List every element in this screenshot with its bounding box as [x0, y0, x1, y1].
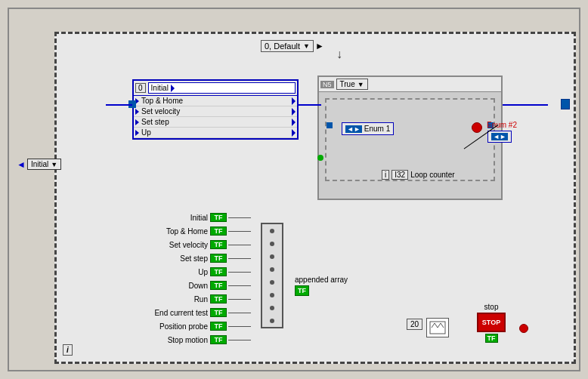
cluster-dot: [270, 254, 274, 259]
case-item-label: Top & Home: [141, 97, 292, 105]
loop-num-label: I32: [391, 170, 408, 180]
bool-label-up: Up: [132, 268, 208, 276]
bool-tf-position-probe[interactable]: TF: [210, 322, 227, 331]
case-arrow-icon: [135, 130, 139, 136]
right-connector: [561, 99, 570, 109]
bool-tf-up[interactable]: TF: [210, 267, 227, 276]
left-initial-connector[interactable]: ◄ Initial ▼: [17, 159, 61, 170]
case-item-set-velocity[interactable]: Set velocity: [134, 106, 297, 117]
case-arrow-icon: [135, 119, 139, 125]
bool-row-top-home: Top & Home TF: [132, 225, 251, 237]
bool-row-set-step: Set step TF: [132, 252, 251, 264]
wire: [228, 231, 251, 232]
cluster-bundle-box: [261, 223, 283, 328]
wire: [228, 258, 251, 259]
cluster-dot: [270, 267, 274, 272]
case-item-up[interactable]: Up: [134, 128, 297, 138]
enum-number: 0: [135, 83, 146, 93]
loop-i-label: i: [382, 170, 389, 180]
bool-label-down: Down: [132, 282, 208, 290]
bool-tf-stop-motion[interactable]: TF: [210, 335, 227, 344]
bool-label-stop-motion: Stop motion: [132, 336, 208, 344]
top-dropdown[interactable]: 0, Default ▼ ►: [261, 40, 324, 52]
wire: [228, 340, 251, 340]
green-dot-icon: [317, 155, 323, 161]
top-dropdown-arrow-icon: ▼: [303, 42, 310, 50]
bool-row-up: Up TF: [132, 266, 251, 278]
bool-label-top-home: Top & Home: [132, 227, 208, 236]
initial-connector-box[interactable]: Initial ▼: [27, 159, 61, 170]
case-item-arrow-icon: [292, 108, 296, 116]
bool-row-stop-motion: Stop motion TF: [132, 334, 251, 346]
inner-case-structure: N5 True ▼ ◄► Enum 1: [317, 75, 503, 200]
bool-tf-initial[interactable]: TF: [210, 213, 227, 222]
wire: [228, 313, 251, 313]
enum2-label: Enum #2: [487, 121, 517, 129]
case-dropdown[interactable]: Initial: [148, 82, 296, 94]
case-item-top-home[interactable]: Top & Home: [134, 96, 297, 106]
cluster-dot: [270, 306, 274, 310]
cluster-dot: [270, 242, 274, 246]
wire: [106, 104, 132, 106]
wire: [228, 326, 251, 327]
case-item-set-step[interactable]: Set step: [134, 117, 297, 128]
info-box: i: [63, 344, 73, 356]
bool-tf-top-home[interactable]: TF: [210, 226, 227, 236]
true-dropdown[interactable]: True ▼: [336, 79, 368, 90]
case-item-label: Set step: [141, 118, 292, 126]
stop-button[interactable]: STOP: [477, 313, 506, 332]
number-20[interactable]: 20: [407, 319, 422, 330]
cluster-dot: [270, 280, 274, 285]
blue-wire-h-right: [503, 104, 548, 106]
bool-tf-set-velocity[interactable]: TF: [210, 240, 227, 249]
svg-line-1: [432, 323, 435, 328]
svg-line-3: [438, 323, 441, 328]
bool-tf-end-current-test[interactable]: TF: [210, 308, 227, 317]
inner-case-content: ◄► Enum 1: [325, 98, 495, 181]
bool-label-set-velocity: Set velocity: [132, 241, 208, 249]
stop-tf-box[interactable]: TF: [485, 334, 498, 343]
bool-tf-set-step[interactable]: TF: [210, 254, 227, 263]
top-dropdown-right-arrow: ►: [315, 41, 324, 51]
true-dropdown-arrow-icon: ▼: [357, 81, 364, 88]
bool-row-set-velocity: Set velocity TF: [132, 239, 251, 251]
enum2-box[interactable]: ◄►: [487, 131, 512, 143]
wire: [228, 285, 251, 286]
main-panel: ↓ 0, Default ▼ ► 0 Initial Top & Home: [54, 32, 576, 364]
bool-row-position-probe: Position probe TF: [132, 320, 251, 332]
inner-case-header: N5 True ▼: [319, 77, 501, 92]
bool-row-down: Down TF: [132, 279, 251, 291]
wire: [228, 245, 251, 245]
enum1-label: Enum 1: [364, 125, 390, 133]
case-arrow-icon: [135, 109, 139, 115]
stop-label: stop: [484, 303, 499, 311]
true-dropdown-label: True: [340, 80, 355, 88]
case-structure: 0 Initial Top & Home Set velocity Set st…: [132, 79, 299, 140]
bool-label-end-current-test: End current test: [132, 309, 208, 317]
left-arrow-icon: ◄: [17, 159, 26, 170]
stop-red-indicator-icon: [519, 324, 528, 333]
red-indicator-icon: [472, 122, 482, 133]
wire: [228, 272, 251, 273]
bool-row-end-current-test: End current test TF: [132, 307, 251, 319]
bool-row-run: Run TF: [132, 293, 251, 305]
cluster-dot: [270, 229, 274, 233]
bool-label-initial: Initial: [132, 214, 208, 222]
appended-array-label: appended array: [295, 276, 348, 284]
case-item-arrow-icon: [292, 119, 296, 126]
appended-tf-box[interactable]: TF: [295, 285, 309, 296]
bool-label-run: Run: [132, 295, 208, 304]
bool-array-section: Initial TF Top & Home TF Set velocity TF…: [132, 211, 251, 347]
enum1-box[interactable]: ◄► Enum 1: [342, 122, 394, 135]
outer-frame: ↓ 0, Default ▼ ► 0 Initial Top & Home: [8, 8, 580, 371]
bool-tf-down[interactable]: TF: [210, 281, 227, 290]
cluster-dot: [270, 319, 274, 323]
bool-row-initial: Initial TF: [132, 211, 251, 223]
case-item-label: Up: [141, 128, 292, 137]
svg-line-4: [441, 323, 444, 328]
bool-label-set-step: Set step: [132, 254, 208, 263]
case-initial-label: Initial: [151, 84, 169, 92]
loop-counter-label: Loop counter: [410, 171, 454, 179]
wire: [228, 299, 251, 300]
bool-tf-run[interactable]: TF: [210, 294, 227, 304]
